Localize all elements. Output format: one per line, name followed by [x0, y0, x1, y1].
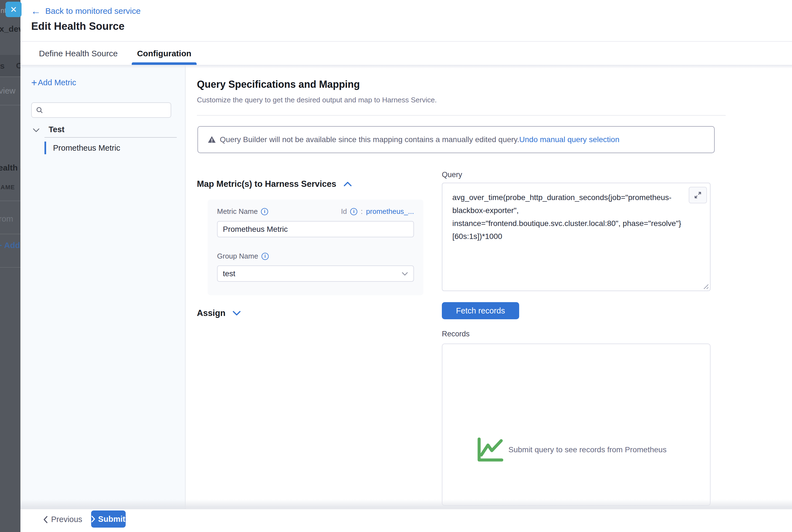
- background-divider: [0, 105, 20, 106]
- back-arrow-icon: ←: [31, 6, 41, 16]
- group-name-label: Group Name i: [217, 252, 269, 261]
- map-metrics-title: Map Metric(s) to Harness Services: [197, 179, 336, 189]
- query-builder-warning-banner: Query Builder will not be available sinc…: [198, 126, 715, 153]
- records-empty-text: Submit query to see records from Prometh…: [509, 445, 667, 454]
- query-text: avg_over_time(probe_http_duration_second…: [452, 191, 693, 243]
- id-separator: :: [361, 207, 363, 216]
- metrics-sidebar: + Add Metric Test: [20, 65, 186, 509]
- previous-label: Previous: [51, 515, 82, 524]
- assign-section-header[interactable]: Assign: [197, 308, 241, 318]
- tab-define-health-source[interactable]: Define Health Source: [39, 42, 118, 65]
- background-fragment: view: [0, 86, 16, 95]
- drawer-footer: Previous Submit: [20, 509, 792, 532]
- search-input[interactable]: [46, 106, 168, 115]
- group-name-select[interactable]: test: [217, 265, 414, 282]
- expand-query-button[interactable]: [689, 187, 707, 203]
- background-fragment: x_dev: [0, 24, 20, 34]
- metric-group-row[interactable]: Test: [33, 125, 65, 134]
- metric-item-label: Prometheus Metric: [53, 144, 120, 153]
- background-divider: [0, 76, 20, 77]
- warning-text: Query Builder will not be available sinc…: [220, 135, 519, 144]
- chevron-left-icon: [43, 516, 48, 523]
- id-label: Id: [341, 207, 347, 216]
- info-icon[interactable]: i: [261, 253, 269, 260]
- chevron-up-icon: [344, 182, 352, 187]
- section-heading: Query Specifications and Mapping: [197, 79, 360, 90]
- query-editor[interactable]: avg_over_time(probe_http_duration_second…: [442, 183, 711, 291]
- map-metrics-section-header[interactable]: Map Metric(s) to Harness Services: [197, 179, 352, 189]
- background-fragment: ealth S: [0, 163, 20, 172]
- add-metric-button[interactable]: + Add Metric: [31, 78, 76, 87]
- query-label: Query: [442, 171, 462, 179]
- fetch-records-button[interactable]: Fetch records: [442, 302, 519, 319]
- group-name-label-text: Group Name: [217, 252, 258, 261]
- group-name-value: test: [223, 269, 235, 278]
- metric-name-label-row: Metric Name i Id i : prometheus_...: [217, 207, 414, 216]
- line-chart-icon: [477, 437, 503, 462]
- back-link-label: Back to monitored service: [45, 6, 141, 16]
- section-divider: [197, 115, 726, 116]
- metric-search-box: [31, 102, 171, 118]
- active-tab-indicator: [132, 62, 197, 65]
- metric-name-input[interactable]: [217, 221, 414, 237]
- metric-id-row: Id i : prometheus_...: [341, 207, 414, 216]
- records-label: Records: [442, 330, 470, 338]
- selected-indicator: [44, 141, 46, 154]
- background-divider: [0, 267, 20, 268]
- sidebar-divider: [44, 137, 177, 138]
- back-to-monitored-service-link[interactable]: ← Back to monitored service: [31, 6, 141, 16]
- background-fragment: s: [0, 61, 5, 71]
- screen: nt x_dev s C view ealth S AME rom + Add …: [0, 0, 792, 532]
- edit-health-source-drawer: ← Back to monitored service Edit Health …: [20, 0, 792, 532]
- records-panel: Submit query to see records from Prometh…: [442, 344, 711, 506]
- background-fragment: + Add: [0, 241, 20, 250]
- sidebar-item-prometheus-metric[interactable]: Prometheus Metric: [44, 141, 177, 154]
- submit-label: Submit: [98, 515, 125, 524]
- drawer-content: + Add Metric Test: [20, 65, 792, 509]
- tab-configuration[interactable]: Configuration: [132, 42, 197, 65]
- drawer-header: ← Back to monitored service Edit Health …: [20, 0, 792, 42]
- metric-group-label: Test: [49, 125, 65, 134]
- previous-button[interactable]: Previous: [43, 515, 82, 524]
- background-fragment: C: [16, 61, 20, 70]
- assign-title: Assign: [197, 308, 225, 318]
- metric-name-label-text: Metric Name: [217, 207, 258, 216]
- tab-bar: Define Health Source Configuration: [20, 42, 792, 65]
- chevron-down-icon: [233, 311, 241, 316]
- background-divider: [0, 201, 20, 201]
- submit-button[interactable]: Submit: [91, 511, 126, 528]
- resize-handle[interactable]: [702, 283, 708, 289]
- query-line: blackbox-exporter",: [452, 206, 519, 215]
- section-subheading: Customize the query to get the desired o…: [197, 96, 437, 104]
- metric-id-link[interactable]: prometheus_...: [366, 207, 414, 216]
- background-fragment: AME: [1, 184, 15, 191]
- metric-mapping-card: Metric Name i Id i : prometheus_... Grou…: [208, 200, 423, 295]
- dimmed-background-page: nt x_dev s C view ealth S AME rom + Add: [0, 0, 20, 532]
- query-line: [60s:1s])*1000: [452, 232, 502, 241]
- warning-icon: [208, 136, 216, 144]
- query-line: instance="frontend.boutique.svc.cluster.…: [452, 219, 681, 228]
- maximize-icon: [694, 191, 702, 200]
- plus-icon: +: [31, 79, 37, 87]
- chevron-right-icon: [91, 516, 95, 522]
- info-icon[interactable]: i: [261, 208, 268, 215]
- close-icon: ✕: [10, 5, 17, 14]
- metric-name-label: Metric Name i: [217, 207, 268, 216]
- add-metric-label: Add Metric: [38, 78, 76, 87]
- query-line: avg_over_time(probe_http_duration_second…: [452, 193, 671, 202]
- close-drawer-button[interactable]: ✕: [5, 2, 21, 17]
- chevron-down-icon: [33, 128, 39, 132]
- undo-manual-query-link[interactable]: Undo manual query selection: [519, 135, 620, 144]
- search-icon: [36, 106, 43, 114]
- chevron-down-icon: [402, 272, 408, 276]
- background-divider: [0, 234, 20, 234]
- tab-label: Define Health Source: [39, 49, 118, 58]
- info-icon[interactable]: i: [350, 208, 357, 215]
- query-mapping-panel: Query Specifications and Mapping Customi…: [186, 65, 792, 509]
- tab-label: Configuration: [137, 49, 191, 58]
- records-empty-state: Submit query to see records from Prometh…: [477, 437, 667, 462]
- background-fragment: rom: [0, 214, 13, 224]
- page-title: Edit Health Source: [31, 20, 125, 32]
